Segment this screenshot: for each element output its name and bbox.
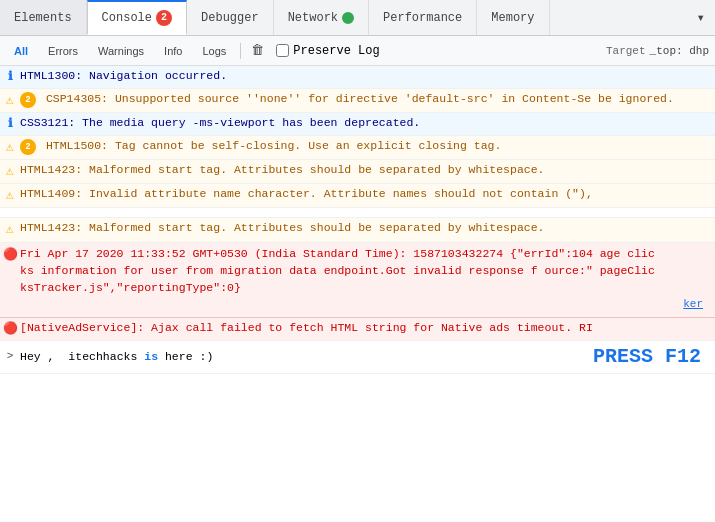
tab-memory-label: Memory bbox=[491, 11, 534, 25]
console-message-html1300: ℹ HTML1300: Navigation occurred. bbox=[0, 66, 715, 89]
tab-performance[interactable]: Performance bbox=[369, 0, 477, 35]
console-message-native-ad: 🔴 [NativeAdService]: Ajax call failed to… bbox=[0, 318, 715, 341]
tab-performance-label: Performance bbox=[383, 11, 462, 25]
clear-console-button[interactable]: 🗑 bbox=[247, 41, 268, 60]
console-message-html1423-2: ⚠ HTML1423: Malformed start tag. Attribu… bbox=[0, 218, 715, 242]
blank-row bbox=[0, 208, 715, 218]
preserve-log-label: Preserve Log bbox=[293, 44, 379, 58]
target-section: Target _top: dhp bbox=[606, 45, 709, 57]
tab-elements-label: Elements bbox=[14, 11, 72, 25]
more-icon: ▾ bbox=[697, 9, 705, 26]
error-source-link-9[interactable]: ker bbox=[0, 296, 711, 315]
warn-icon-5: ⚠ bbox=[0, 162, 20, 181]
console-message-csp14305: ⚠ 2 CSP14305: Unsupported source ''none'… bbox=[0, 89, 715, 113]
console-input-text: Hey , itechhacks is here :) bbox=[20, 349, 593, 365]
msg-text-html1423-2: HTML1423: Malformed start tag. Attribute… bbox=[20, 220, 680, 236]
hey-itechhacks: itechhacks bbox=[68, 350, 137, 363]
tab-elements[interactable]: Elements bbox=[0, 0, 87, 35]
preserve-log-checkbox[interactable] bbox=[276, 44, 289, 57]
hey-is: is bbox=[144, 350, 158, 363]
console-error-badge: 2 bbox=[156, 10, 172, 26]
tab-memory[interactable]: Memory bbox=[477, 0, 549, 35]
msg-text-html1423-1: HTML1423: Malformed start tag. Attribute… bbox=[20, 162, 680, 178]
tab-network[interactable]: Network bbox=[274, 0, 369, 35]
more-tabs-button[interactable]: ▾ bbox=[687, 0, 715, 35]
filter-logs-button[interactable]: Logs bbox=[194, 43, 234, 59]
console-message-html1500: ⚠ 2 HTML1500: Tag cannot be self-closing… bbox=[0, 136, 715, 160]
filter-errors-button[interactable]: Errors bbox=[40, 43, 86, 59]
tab-console[interactable]: Console 2 bbox=[87, 0, 187, 35]
info-icon-3: ℹ bbox=[0, 115, 20, 133]
tab-network-label: Network bbox=[288, 11, 338, 25]
error-icon-9: 🔴 bbox=[0, 245, 20, 264]
warn-icon-8: ⚠ bbox=[0, 220, 20, 239]
filter-info-button[interactable]: Info bbox=[156, 43, 190, 59]
filter-bar: All Errors Warnings Info Logs 🗑 Preserve… bbox=[0, 36, 715, 66]
tab-bar: Elements Console 2 Debugger Network Perf… bbox=[0, 0, 715, 36]
chevron-icon: > bbox=[0, 348, 20, 364]
preserve-log-section: Preserve Log bbox=[276, 44, 379, 58]
info-icon-1: ℹ bbox=[0, 68, 20, 86]
hey-part2: here :) bbox=[165, 350, 213, 363]
console-message-css3121: ℹ CSS3121: The media query -ms-viewport … bbox=[0, 113, 715, 136]
console-message-error-tracker: 🔴 Fri Apr 17 2020 11:33:52 GMT+0530 (Ind… bbox=[0, 243, 715, 318]
msg-text-html1500: 2 HTML1500: Tag cannot be self-closing. … bbox=[20, 138, 680, 155]
target-label: Target bbox=[606, 45, 646, 57]
error-icon-10: 🔴 bbox=[0, 320, 20, 338]
tab-debugger[interactable]: Debugger bbox=[187, 0, 274, 35]
target-value: _top: dhp bbox=[650, 45, 709, 57]
warn-badge-4: 2 bbox=[20, 139, 36, 155]
console-message-html1423-1: ⚠ HTML1423: Malformed start tag. Attribu… bbox=[0, 160, 715, 184]
hey-part1: Hey , bbox=[20, 350, 61, 363]
msg-text-css3121: CSS3121: The media query -ms-viewport ha… bbox=[20, 115, 680, 131]
tab-debugger-label: Debugger bbox=[201, 11, 259, 25]
network-play-icon bbox=[342, 12, 354, 24]
filter-warnings-button[interactable]: Warnings bbox=[90, 43, 152, 59]
filter-divider-1 bbox=[240, 43, 241, 59]
warn-badge-2: 2 bbox=[20, 92, 36, 108]
msg-text-html1300: HTML1300: Navigation occurred. bbox=[20, 68, 680, 84]
warn-icon-4: ⚠ bbox=[0, 138, 20, 157]
press-f12-text: PRESS F12 bbox=[593, 343, 711, 371]
console-messages-area: ℹ HTML1300: Navigation occurred. ⚠ 2 CSP… bbox=[0, 66, 715, 522]
msg-text-error-tracker: Fri Apr 17 2020 11:33:52 GMT+0530 (India… bbox=[20, 245, 660, 297]
msg-text-html1409: HTML1409: Invalid attribute name charact… bbox=[20, 186, 680, 202]
tab-console-label: Console bbox=[102, 11, 152, 25]
warn-icon-2: ⚠ bbox=[0, 91, 20, 110]
msg-text-csp14305: 2 CSP14305: Unsupported source ''none'' … bbox=[20, 91, 680, 108]
warn-icon-6: ⚠ bbox=[0, 186, 20, 205]
console-input-row: > Hey , itechhacks is here :) PRESS F12 bbox=[0, 341, 715, 374]
console-message-html1409: ⚠ HTML1409: Invalid attribute name chara… bbox=[0, 184, 715, 208]
filter-all-button[interactable]: All bbox=[6, 43, 36, 59]
msg-text-native-ad: [NativeAdService]: Ajax call failed to f… bbox=[20, 320, 680, 336]
